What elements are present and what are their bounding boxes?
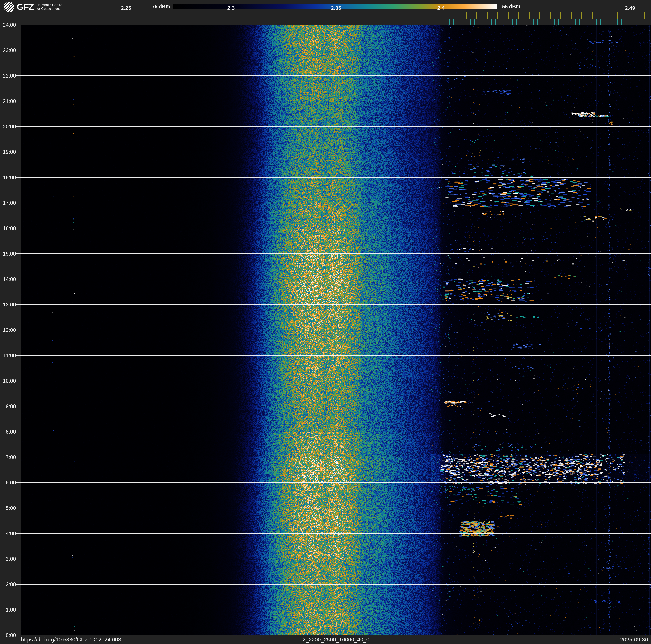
time-tick-label: 19:00 [0,149,16,155]
time-tick-label: 7:00 [0,454,16,460]
time-tick-label: 0:00 [0,632,16,638]
gfz-logo-line2: for Geosciences [36,7,62,11]
gfz-logo-icon [4,2,14,12]
time-tick-label: 2:00 [0,581,16,587]
frequency-tick-label: 2.3 [216,5,246,11]
time-tick-label: 14:00 [0,276,16,282]
time-tick-label: 18:00 [0,174,16,180]
frequency-tick-label: 2.25 [111,5,141,11]
time-tick-label: 6:00 [0,479,16,486]
time-tick-label: 1:00 [0,607,16,613]
time-tick-label: 3:00 [0,556,16,562]
gfz-logo-subtitle: Helmholtz Centre for Geosciences [36,3,62,11]
time-tick-label: 23:00 [0,47,16,53]
time-tick-label: 10:00 [0,378,16,384]
footer-date: 2025-09-30 [620,637,648,643]
time-tick-label: 8:00 [0,429,16,435]
time-tick-label: 20:00 [0,123,16,130]
time-tick-label: 5:00 [0,505,16,511]
footer-doi-link: https://doi.org/10.5880/GFZ.1.2.2024.003 [21,637,121,643]
time-tick-label: 21:00 [0,98,16,104]
footer-dataset-name: 2_2200_2500_10000_40_0 [126,637,546,643]
frequency-tick-label: 2.49 [615,5,645,11]
gfz-logo-line1: Helmholtz Centre [36,3,62,7]
time-tick-label: 13:00 [0,301,16,308]
spectrogram-page: GFZ Helmholtz Centre for Geosciences -75… [0,0,651,644]
time-tick-label: 12:00 [0,327,16,333]
time-tick-label: 16:00 [0,225,16,231]
gfz-logo-brand: GFZ [17,2,34,12]
colorbar-max-label: -55 dBm [500,3,542,10]
frequency-tick-label: 2.35 [321,5,351,11]
gfz-logo: GFZ Helmholtz Centre for Geosciences [4,2,62,12]
time-tick-label: 4:00 [0,530,16,536]
time-tick-label: 9:00 [0,403,16,409]
time-tick-label: 17:00 [0,200,16,206]
frequency-tick-label: 2.4 [426,5,456,11]
time-tick-label: 11:00 [0,352,16,358]
time-tick-label: 24:00 [0,22,16,28]
time-tick-label: 15:00 [0,251,16,257]
time-tick-label: 22:00 [0,72,16,79]
spectrogram-canvas [0,0,651,644]
